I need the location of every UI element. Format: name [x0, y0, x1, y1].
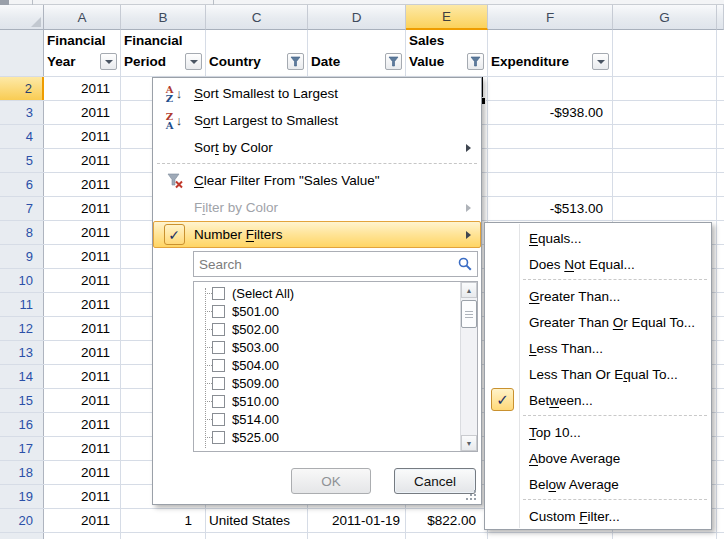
submenu-item-less-than[interactable]: Less Than... — [486, 335, 710, 361]
filter-funnel-button-date[interactable] — [385, 53, 402, 70]
cell-sales-e20[interactable]: $822.00 — [406, 509, 488, 533]
filter-value-row[interactable]: $514.00 — [194, 410, 460, 428]
cell-financial-year[interactable]: 2011 — [44, 221, 121, 244]
submenu-item-above-average[interactable]: Above Average — [486, 445, 710, 471]
checkbox[interactable] — [212, 377, 225, 390]
list-scrollbar[interactable]: ▲ ▼ — [460, 282, 477, 451]
submenu-item-below-average[interactable]: Below Average — [486, 471, 710, 497]
column-header-c[interactable]: C — [206, 5, 308, 30]
filter-value-row[interactable]: $510.00 — [194, 392, 460, 410]
menu-item-number-filters[interactable]: ✓ Number Filters — [153, 221, 481, 248]
cell-expenditure-f7[interactable]: -$513.00 — [488, 197, 613, 221]
row-number[interactable]: 18 — [0, 461, 44, 484]
row-number[interactable]: 9 — [0, 245, 44, 268]
submenu-item-top-10[interactable]: Top 10... — [486, 419, 710, 445]
scroll-up-button[interactable]: ▲ — [461, 282, 477, 298]
cell-financial-year[interactable]: 2011 — [44, 341, 121, 364]
column-header-f[interactable]: F — [488, 5, 613, 30]
search-input[interactable] — [194, 257, 458, 272]
row-number[interactable]: 3 — [0, 101, 44, 124]
row-number[interactable]: 15 — [0, 389, 44, 412]
cell-country-c20[interactable]: United States — [206, 509, 308, 533]
header-cell-country[interactable]: Country — [206, 30, 308, 76]
cell-financial-year[interactable]: 2011 — [44, 245, 121, 268]
cell-financial-year[interactable]: 2011 — [44, 149, 121, 172]
cell-expenditure-f3[interactable]: -$938.00 — [488, 101, 613, 125]
cell-financial-year[interactable]: 2011 — [44, 125, 121, 148]
filter-dropdown-button-financial-year[interactable] — [100, 53, 117, 70]
checkbox[interactable] — [212, 341, 225, 354]
ok-button[interactable]: OK — [291, 468, 371, 494]
checkbox[interactable] — [212, 323, 225, 336]
row-number[interactable]: 17 — [0, 437, 44, 460]
submenu-item-equals[interactable]: Equals... — [486, 225, 710, 251]
select-all-corner[interactable] — [0, 5, 44, 30]
checkbox[interactable] — [212, 359, 225, 372]
cell-period-b20[interactable]: 1 — [121, 509, 206, 533]
cell-date-d20[interactable]: 2011-01-19 — [308, 509, 406, 533]
submenu-item-custom-filter[interactable]: Custom Filter... — [486, 503, 710, 529]
header-cell-financial-year[interactable]: Financial Year — [44, 30, 121, 76]
cell-financial-year[interactable]: 2011 — [44, 173, 121, 196]
checkbox[interactable] — [212, 287, 225, 300]
header-cell-expenditure[interactable]: Expenditure — [488, 30, 613, 76]
row-number-1[interactable] — [0, 30, 44, 76]
scrollbar-thumb[interactable] — [461, 300, 477, 328]
header-cell-financial-period[interactable]: Financial Period — [121, 30, 206, 76]
row-number[interactable]: 10 — [0, 269, 44, 292]
row-number[interactable]: 19 — [0, 485, 44, 508]
cell-financial-year[interactable]: 2011 — [44, 77, 121, 100]
cancel-button[interactable]: Cancel — [394, 468, 476, 494]
checkbox[interactable] — [212, 431, 225, 444]
row-number[interactable]: 7 — [0, 197, 44, 220]
header-cell-date[interactable]: Date — [308, 30, 406, 76]
filter-value-row[interactable]: $503.00 — [194, 338, 460, 356]
cell-financial-year[interactable]: 2011 — [44, 413, 121, 436]
filter-value-row[interactable]: $502.00 — [194, 320, 460, 338]
filter-dropdown-button-expenditure[interactable] — [592, 53, 609, 70]
cell-financial-year[interactable]: 2011 — [44, 461, 121, 484]
row-number[interactable]: 11 — [0, 293, 44, 316]
row-number[interactable]: 2 — [0, 77, 44, 100]
cell-financial-year[interactable]: 2011 — [44, 365, 121, 388]
scroll-down-button[interactable]: ▼ — [461, 435, 477, 451]
cell-financial-year[interactable]: 2011 — [44, 197, 121, 220]
row-number[interactable]: 12 — [0, 317, 44, 340]
cell-financial-year[interactable]: 2011 — [44, 485, 121, 508]
submenu-item-does-not-equal[interactable]: Does Not Equal... — [486, 251, 710, 277]
menu-item-filter-by-color[interactable]: Filter by Color — [154, 194, 480, 221]
submenu-item-greater-than[interactable]: Greater Than... — [486, 283, 710, 309]
menu-item-sort-largest-to-smallest[interactable]: ZA↓ Sort Largest to Smallest — [154, 107, 480, 134]
row-number[interactable]: 6 — [0, 173, 44, 196]
filter-value-row[interactable]: $525.00 — [194, 428, 460, 446]
row-number[interactable]: 16 — [0, 413, 44, 436]
checkbox[interactable] — [212, 305, 225, 318]
column-header-g[interactable]: G — [613, 5, 717, 30]
cell-financial-year[interactable]: 2011 — [44, 293, 121, 316]
filter-value-row[interactable]: $504.00 — [194, 356, 460, 374]
column-header-e-active[interactable]: E — [406, 5, 488, 30]
row-number[interactable]: 14 — [0, 365, 44, 388]
filter-value-row[interactable]: $501.00 — [194, 302, 460, 320]
filter-dropdown-button-financial-period[interactable] — [185, 53, 202, 70]
filter-funnel-button-country[interactable] — [287, 53, 304, 70]
header-cell-sales-value[interactable]: Sales Value — [406, 30, 488, 76]
row-number[interactable]: 4 — [0, 125, 44, 148]
cell-financial-year[interactable]: 2011 — [44, 269, 121, 292]
row-number[interactable]: 20 — [0, 509, 44, 532]
menu-item-sort-smallest-to-largest[interactable]: AZ↓ Sort Smallest to Largest — [154, 80, 480, 107]
checkbox[interactable] — [212, 395, 225, 408]
row-number[interactable]: 13 — [0, 341, 44, 364]
menu-item-sort-by-color[interactable]: Sort by Color — [154, 134, 480, 161]
row-number[interactable]: 5 — [0, 149, 44, 172]
resize-grip[interactable] — [465, 489, 478, 502]
checkbox[interactable] — [212, 413, 225, 426]
submenu-item-less-than-or-equal[interactable]: Less Than Or Equal To... — [486, 361, 710, 387]
column-header-a[interactable]: A — [44, 5, 121, 30]
filter-value-row[interactable]: $509.00 — [194, 374, 460, 392]
cell-financial-year[interactable]: 2011 — [44, 317, 121, 340]
submenu-item-between[interactable]: ✓ Between... — [486, 387, 710, 413]
cell-financial-year[interactable]: 2011 — [44, 437, 121, 460]
column-header-d[interactable]: D — [308, 5, 406, 30]
filter-funnel-button-sales-value[interactable] — [467, 53, 484, 70]
